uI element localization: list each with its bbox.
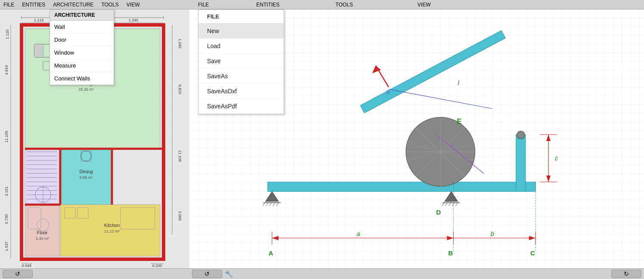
room-dining-area: 6.66 m² <box>80 175 93 180</box>
file-menu-saveaspdf[interactable]: SaveAsPdf <box>198 99 284 114</box>
dim-left-top: 1.120 <box>5 30 9 40</box>
file-menu-new[interactable]: New <box>198 24 284 39</box>
svg-rect-47 <box>35 45 42 56</box>
dim-right-top: 1.240 <box>178 39 182 49</box>
right-menu-tools[interactable]: TOOLS <box>335 2 353 8</box>
label-b: b <box>490 230 494 237</box>
arch-menu-measure[interactable]: Measure <box>50 59 114 72</box>
file-dropdown: FILE New Load Save SaveAs SaveAsDxf Save… <box>198 9 284 114</box>
right-menu-entities[interactable]: ENTITIES <box>256 2 279 8</box>
right-menu-file[interactable]: FILE <box>198 2 209 8</box>
svg-point-82 <box>517 131 525 139</box>
room-kitchen-label: Kitchen <box>104 223 120 228</box>
left-bottom-bar: ↺ <box>0 268 189 279</box>
room-floor-area: 3.30 m² <box>36 236 49 241</box>
right-panel: FILE ENTITIES TOOLS VIEW FILE New Load S… <box>189 0 644 279</box>
dim-left-mid1: 4.619 <box>4 65 9 75</box>
right-bottom-bar: ↺ 🔧 ↻ <box>189 268 644 279</box>
left-menu-view[interactable]: VIEW <box>127 2 140 8</box>
svg-rect-58 <box>268 182 536 191</box>
wrench-icon[interactable]: 🔧 <box>225 270 233 278</box>
file-menu-save[interactable]: Save <box>198 54 284 69</box>
arch-menu-wall[interactable]: Wall <box>50 21 114 34</box>
label-B: B <box>448 249 453 257</box>
right-menu-view[interactable]: VIEW <box>418 2 431 8</box>
dim-left-mid3: 3.151 <box>4 187 9 196</box>
architecture-dropdown: ARCHITECTURE Wall Door Window Measure Co… <box>50 9 114 85</box>
arch-menu-window[interactable]: Window <box>50 46 114 59</box>
room-kitchen-area: 11.12 m² <box>104 229 120 233</box>
label-D: D <box>436 208 441 216</box>
dim-bot-left: 0.045 <box>22 264 32 268</box>
arch-dropdown-header: ARCHITECTURE <box>50 10 114 21</box>
redo-button-right[interactable]: ↻ <box>611 270 641 278</box>
label-E: E <box>457 117 461 125</box>
dim-bot-right: 0.200 <box>152 264 162 268</box>
dim-left-mid2: 11.105 <box>4 131 9 143</box>
left-menubar: FILE ENTITIES ARCHITECTURE TOOLS VIEW <box>0 0 189 9</box>
label-b-arm: b <box>387 89 390 95</box>
left-menu-file[interactable]: FILE <box>3 2 14 8</box>
left-menu-architecture[interactable]: ARCHITECTURE <box>53 2 93 8</box>
dim-top-right: 1.240 <box>129 18 139 22</box>
dim-right-bot1: 3.000 <box>178 211 182 221</box>
dim-right-main2: 11.105 <box>178 150 182 162</box>
left-menu-entities[interactable]: ENTITIES <box>22 2 45 8</box>
right-menubar: FILE ENTITIES TOOLS VIEW <box>189 0 644 9</box>
label-C: C <box>530 249 535 257</box>
dim-right-main: 6.815 <box>178 85 182 95</box>
label-a: a <box>356 230 360 237</box>
arch-menu-door[interactable]: Door <box>50 34 114 46</box>
dim-top-left: 1.115 <box>34 18 44 22</box>
label-A: A <box>269 249 273 257</box>
room-living-area: 28.36 m² <box>78 87 94 92</box>
undo-button-left[interactable]: ↺ <box>3 270 33 278</box>
undo-button-right[interactable]: ↺ <box>192 270 222 278</box>
left-menu-tools[interactable]: TOOLS <box>101 2 118 8</box>
label-c: c <box>555 154 558 162</box>
svg-rect-16 <box>25 149 59 205</box>
dim-left-bot: 1.537 <box>4 242 9 251</box>
arch-menu-connect-walls[interactable]: Connect Walls <box>50 72 114 85</box>
room-dining-label: Dining <box>79 169 93 174</box>
svg-rect-59 <box>516 135 526 191</box>
file-menu-load[interactable]: Load <box>198 39 284 54</box>
file-menu-saveas[interactable]: SaveAs <box>198 69 284 84</box>
left-panel: FILE ENTITIES ARCHITECTURE TOOLS VIEW AR… <box>0 0 189 279</box>
dim-left-mid4: 0.730 <box>4 215 9 224</box>
file-dropdown-header: FILE <box>198 10 284 24</box>
file-menu-saveasdxf[interactable]: SaveAsDxf <box>198 84 284 99</box>
